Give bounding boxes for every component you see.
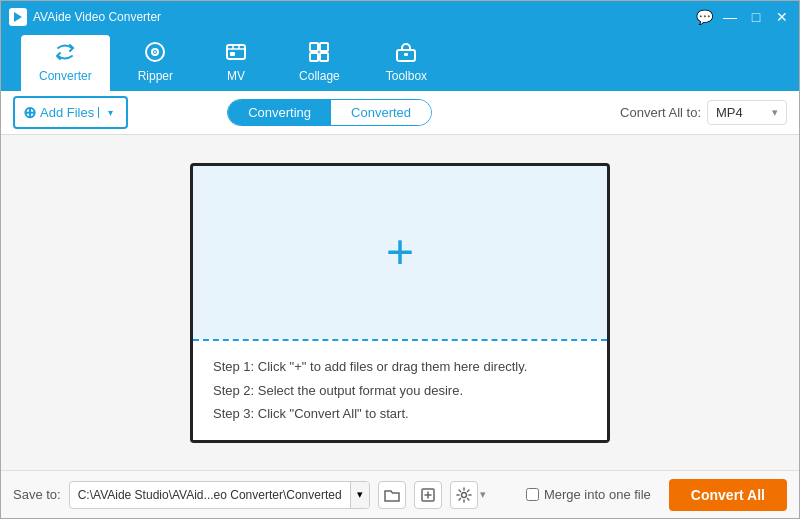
- step-2: Step 2: Select the output format you des…: [213, 379, 587, 402]
- file-settings-button[interactable]: [414, 481, 442, 509]
- svg-rect-10: [310, 53, 318, 61]
- convert-all-button[interactable]: Convert All: [669, 479, 787, 511]
- nav-converter[interactable]: Converter: [21, 35, 110, 91]
- minimize-button[interactable]: —: [721, 8, 739, 26]
- nav-bar: Converter Ripper MV: [1, 33, 799, 91]
- tab-converted[interactable]: Converted: [331, 100, 431, 125]
- footer: Save to: C:\AVAide Studio\AVAid...eo Con…: [1, 470, 799, 518]
- format-value: MP4: [716, 105, 743, 120]
- maximize-button[interactable]: □: [747, 8, 765, 26]
- save-path-arrow: ▾: [357, 488, 363, 501]
- open-folder-button[interactable]: [378, 481, 406, 509]
- nav-converter-label: Converter: [39, 69, 92, 83]
- nav-ripper[interactable]: Ripper: [120, 35, 191, 91]
- svg-rect-11: [320, 53, 328, 61]
- svg-rect-13: [404, 53, 408, 56]
- add-files-plus-icon[interactable]: +: [386, 228, 414, 276]
- tab-converting[interactable]: Converting: [228, 100, 331, 125]
- nav-mv-label: MV: [227, 69, 245, 83]
- svg-point-15: [461, 492, 466, 497]
- convert-all-to-label: Convert All to:: [620, 105, 701, 120]
- save-path-dropdown[interactable]: ▾: [350, 482, 369, 508]
- close-button[interactable]: ✕: [773, 8, 791, 26]
- save-to-label: Save to:: [13, 487, 61, 502]
- settings-dropdown-arrow[interactable]: ▾: [480, 488, 486, 501]
- svg-rect-9: [320, 43, 328, 51]
- collage-icon: [308, 41, 330, 66]
- ripper-icon: [144, 41, 166, 66]
- drop-zone[interactable]: + Step 1: Click "+" to add files or drag…: [190, 163, 610, 443]
- merge-checkbox-input[interactable]: [526, 488, 539, 501]
- title-bar-controls: 💬 — □ ✕: [695, 8, 791, 26]
- title-bar-left: AVAide Video Converter: [9, 8, 161, 26]
- nav-mv[interactable]: MV: [201, 35, 271, 91]
- mv-icon: [225, 41, 247, 66]
- add-files-button[interactable]: ⊕ Add Files ▾: [13, 96, 128, 129]
- merge-checkbox[interactable]: Merge into one file: [526, 487, 651, 502]
- converter-icon: [54, 41, 76, 66]
- toolbox-icon: [395, 41, 417, 66]
- nav-collage-label: Collage: [299, 69, 340, 83]
- format-dropdown-arrow: ▾: [772, 106, 778, 119]
- drop-zone-instructions: Step 1: Click "+" to add files or drag t…: [193, 339, 607, 439]
- svg-marker-0: [14, 12, 22, 22]
- message-button[interactable]: 💬: [695, 8, 713, 26]
- svg-rect-4: [227, 45, 245, 59]
- save-path-text: C:\AVAide Studio\AVAid...eo Converter\Co…: [70, 488, 350, 502]
- convert-all-to: Convert All to: MP4 ▾: [620, 100, 787, 125]
- nav-toolbox[interactable]: Toolbox: [368, 35, 445, 91]
- save-path-control: C:\AVAide Studio\AVAid...eo Converter\Co…: [69, 481, 370, 509]
- nav-ripper-label: Ripper: [138, 69, 173, 83]
- step-1: Step 1: Click "+" to add files or drag t…: [213, 355, 587, 378]
- add-files-label: Add Files: [40, 105, 94, 120]
- svg-point-3: [154, 51, 156, 53]
- app-title: AVAide Video Converter: [33, 10, 161, 24]
- svg-rect-7: [230, 52, 235, 56]
- merge-label: Merge into one file: [544, 487, 651, 502]
- svg-rect-8: [310, 43, 318, 51]
- add-files-dropdown-arrow[interactable]: ▾: [98, 107, 118, 118]
- step-3: Step 3: Click "Convert All" to start.: [213, 402, 587, 425]
- title-bar: AVAide Video Converter 💬 — □ ✕: [1, 1, 799, 33]
- drop-zone-upper[interactable]: +: [193, 166, 607, 340]
- app-logo: [9, 8, 27, 26]
- converting-tabs: Converting Converted: [227, 99, 432, 126]
- settings-button[interactable]: [450, 481, 478, 509]
- add-files-icon: ⊕: [23, 103, 36, 122]
- nav-toolbox-label: Toolbox: [386, 69, 427, 83]
- toolbar: ⊕ Add Files ▾ Converting Converted Conve…: [1, 91, 799, 135]
- main-content: + Step 1: Click "+" to add files or drag…: [1, 135, 799, 470]
- nav-collage[interactable]: Collage: [281, 35, 358, 91]
- format-selector[interactable]: MP4 ▾: [707, 100, 787, 125]
